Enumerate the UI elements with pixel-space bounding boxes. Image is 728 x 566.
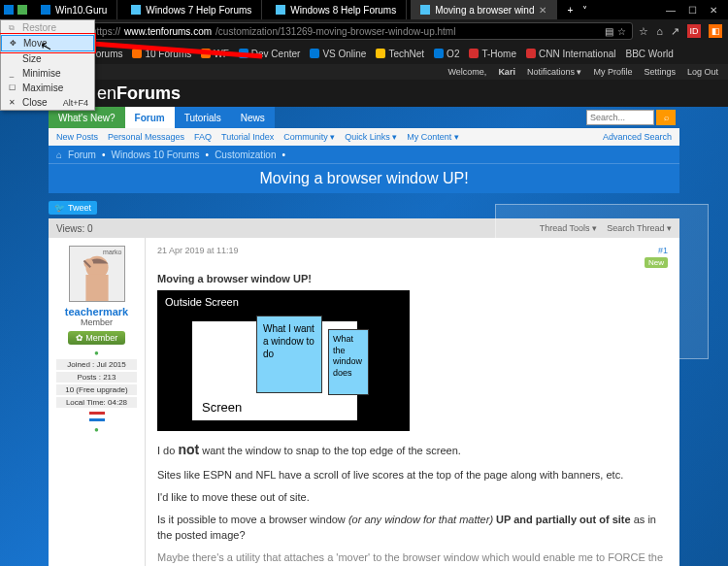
window-close-button[interactable]: ✕ <box>707 5 720 16</box>
tutorial-index-link[interactable]: Tutorial Index <box>221 132 274 142</box>
user-bar: Welcome, Kari Notifications ▾ My Profile… <box>0 64 728 80</box>
extension-icon[interactable]: ID <box>687 24 701 38</box>
bookmark-favicon <box>469 49 479 58</box>
app-icon <box>4 5 14 15</box>
tab-moving-browser[interactable]: Moving a browser wind ✕ <box>411 0 557 19</box>
post-username[interactable]: teachermark <box>56 306 137 317</box>
tab-label: Windows 8 Help Forums <box>290 5 396 16</box>
tab-win10guru[interactable]: Win10.Guru <box>31 0 117 19</box>
quick-links-menu[interactable]: Quick Links ▾ <box>345 132 397 142</box>
stat-time: Local Time: 04:28 <box>56 397 137 408</box>
stat-joined: Joined : Jul 2015 <box>56 359 137 370</box>
share-icon[interactable]: ↗ <box>671 25 679 38</box>
search-button[interactable]: ⌕ <box>656 110 676 125</box>
tweet-button[interactable]: 🐦Tweet <box>49 201 97 215</box>
bookmark-item[interactable]: T-Home <box>469 49 516 59</box>
diagram-does-box: What the window does <box>328 329 369 395</box>
crumb-customization[interactable]: Customization <box>215 150 276 160</box>
url-domain: www.tenforums.com <box>124 26 212 37</box>
window-minimize-button[interactable]: — <box>664 5 678 16</box>
svg-point-3 <box>83 259 93 269</box>
window-titlebar: Win10.Guru Windows 7 Help Forums Windows… <box>0 0 728 19</box>
stat-posts: Posts : 213 <box>56 372 137 383</box>
url-input[interactable]: 🔒 https://www.tenforums.com/customizatio… <box>70 22 633 40</box>
restore-icon: ⧉ <box>7 23 17 33</box>
tab-win7-forums[interactable]: Windows 7 Help Forums <box>121 0 262 19</box>
my-content-menu[interactable]: My Content ▾ <box>407 132 459 142</box>
bookmark-star-icon[interactable]: ☆ <box>617 26 626 37</box>
faq-link[interactable]: FAQ <box>194 132 212 142</box>
advanced-search-link[interactable]: Advanced Search <box>603 132 672 142</box>
logout-link[interactable]: Log Out <box>687 67 718 77</box>
welcome-text: Welcome, <box>448 67 487 77</box>
close-icon: ✕ <box>7 98 17 107</box>
my-profile-link[interactable]: My Profile <box>593 67 632 77</box>
tab-favicon <box>276 5 285 15</box>
menu-restore: ⧉Restore <box>1 20 94 35</box>
menu-minimise[interactable]: _Minimise <box>1 66 94 81</box>
move-icon: ✥ <box>8 39 17 48</box>
bookmark-item[interactable]: CNN International <box>526 49 615 59</box>
tab-forum[interactable]: Forum <box>125 107 175 128</box>
post-sidebar: marko teachermark Member ✿ Member ● Join… <box>49 238 146 566</box>
diagram-screen-label: Screen <box>202 400 242 415</box>
app-icon-2 <box>17 5 27 15</box>
tab-win8-forums[interactable]: Windows 8 Help Forums <box>266 0 407 19</box>
desktop-window-outline <box>524 282 679 388</box>
bookmark-item[interactable]: VS Online <box>310 49 366 59</box>
site-logo[interactable]: enForums <box>97 83 181 104</box>
new-tab-button[interactable]: + <box>561 5 579 16</box>
crumb-forum[interactable]: Forum <box>68 150 96 160</box>
avatar-caption: marko <box>103 249 121 255</box>
avatar[interactable]: marko <box>69 246 125 302</box>
bookmark-favicon <box>310 49 319 58</box>
menu-close[interactable]: ✕CloseAlt+F4 <box>1 95 94 110</box>
url-path: /customization/131269-moving-browser-win… <box>215 26 455 37</box>
forum-header: enForums <box>0 80 728 107</box>
tab-close-icon[interactable]: ✕ <box>539 5 546 16</box>
welcome-user[interactable]: Kari <box>498 67 515 77</box>
tab-news[interactable]: News <box>231 107 275 128</box>
new-posts-link[interactable]: New Posts <box>56 132 98 142</box>
diagram-outside-label: Outside Screen <box>165 296 239 308</box>
pm-link[interactable]: Personal Messages <box>108 132 184 142</box>
close-shortcut: Alt+F4 <box>63 98 88 108</box>
settings-link[interactable]: Settings <box>644 67 676 77</box>
community-menu[interactable]: Community ▾ <box>283 132 335 142</box>
bookmark-item[interactable]: BBC World <box>626 49 674 59</box>
post-date: 21 Apr 2019 at 11:19 <box>157 246 239 255</box>
flag-icon <box>89 412 105 421</box>
maximise-icon: ☐ <box>7 83 17 92</box>
svg-rect-2 <box>85 275 108 301</box>
tab-overflow-icon[interactable]: ˅ <box>582 5 587 16</box>
tab-label: Windows 7 Help Forums <box>146 5 251 16</box>
sub-nav: New Posts Personal Messages FAQ Tutorial… <box>49 128 679 146</box>
minimise-icon: _ <box>7 69 17 78</box>
window-maximize-button[interactable]: ☐ <box>685 5 699 16</box>
bookmark-icon[interactable]: ☆ <box>639 25 648 38</box>
tab-favicon <box>41 5 50 15</box>
bookmark-item[interactable]: TechNet <box>376 49 424 59</box>
pocket-icon[interactable]: ⌂ <box>656 25 663 37</box>
extension-icon[interactable]: ◧ <box>709 24 722 38</box>
notifications-menu[interactable]: Notifications ▾ <box>527 67 582 77</box>
breadcrumb: ⌂ Forum • Windows 10 Forums • Customizat… <box>49 146 679 163</box>
status-dot-icon: ● <box>56 425 137 434</box>
tab-favicon <box>420 5 430 15</box>
url-protocol: https:// <box>91 26 120 37</box>
menu-maximise[interactable]: ☐Maximise <box>1 81 94 95</box>
post-role: Member <box>56 317 137 327</box>
nav-tabs: What's New? Forum Tutorials News ⌕ <box>49 107 679 128</box>
crumb-w10[interactable]: Windows 10 Forums <box>111 150 199 160</box>
stat-os: 10 (Free upgrade) <box>56 384 137 395</box>
reader-mode-icon[interactable]: ▤ <box>605 26 613 37</box>
home-icon[interactable]: ⌂ <box>56 150 62 160</box>
tab-tutorials[interactable]: Tutorials <box>175 107 231 128</box>
tab-label: Moving a browser wind <box>435 5 534 16</box>
twitter-icon: 🐦 <box>54 203 65 213</box>
tab-favicon <box>131 5 141 15</box>
online-icon: ● <box>56 349 137 357</box>
window-system-menu: ⧉Restore ✥Move Size _Minimise ☐Maximise … <box>0 19 95 111</box>
search-input[interactable] <box>586 110 654 125</box>
bookmark-item[interactable]: O2 <box>434 49 459 59</box>
